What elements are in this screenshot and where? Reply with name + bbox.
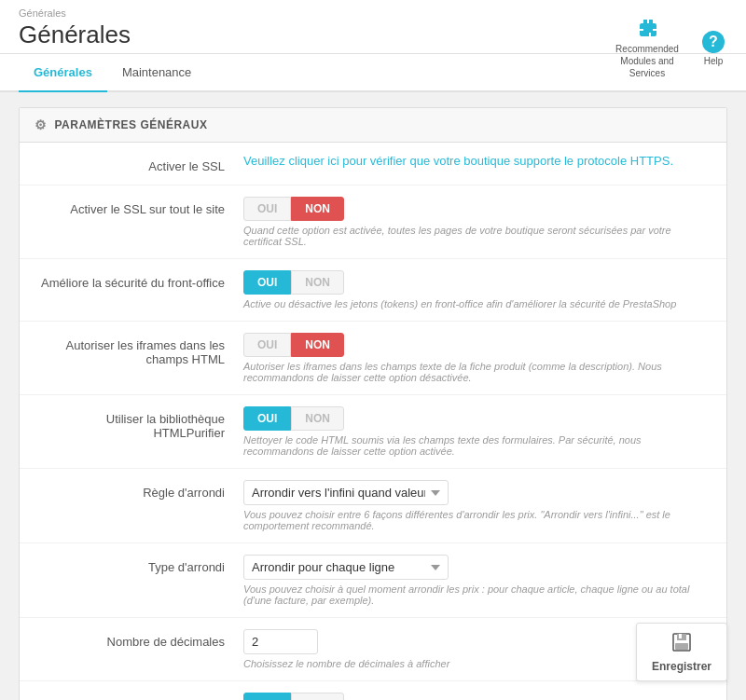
ssl-all-area: OUI NON Quand cette option est activée, … — [243, 197, 708, 247]
recommended-modules-button[interactable]: Recommended Modules and Services — [610, 15, 684, 79]
iframes-toggle: OUI NON — [243, 333, 708, 357]
rounding-type-select[interactable]: Arrondir pour chaque ligne Arrondir pour… — [243, 555, 449, 580]
ssl-link-row: Activer le SSL Veuillez cliquer ici pour… — [20, 143, 726, 185]
help-button[interactable]: ? Help — [699, 28, 727, 66]
iframes-row: Autoriser les iframes dans les champs HT… — [20, 322, 726, 395]
tab-generales[interactable]: Générales — [19, 54, 107, 92]
decimals-input[interactable] — [243, 629, 318, 654]
frontoffice-desc: Active ou désactive les jetons (tokens) … — [243, 298, 708, 309]
save-icon — [670, 631, 693, 658]
iframes-non[interactable]: NON — [291, 333, 344, 357]
header-actions: Recommended Modules and Services ? Help — [610, 15, 727, 79]
puzzle-icon — [633, 15, 661, 43]
rounding-rule-area: Arrondir vers l'infini quand valeur à m … — [243, 480, 708, 531]
rounding-rule-label: Règle d'arrondi — [38, 480, 243, 500]
ssl-all-label: Activer le SSL sur tout le site — [38, 197, 243, 216]
frontoffice-non[interactable]: NON — [291, 270, 344, 295]
frontoffice-security-area: OUI NON Active ou désactive les jetons (… — [243, 270, 708, 309]
brands-suppliers-oui[interactable]: OUI — [243, 693, 291, 700]
ssl-link-label: Activer le SSL — [38, 154, 243, 173]
section-header: ⚙ PARAMÈTRES GÉNÉRAUX — [20, 108, 726, 143]
help-label: Help — [704, 56, 724, 66]
iframes-area: OUI NON Autoriser les iframes dans les c… — [243, 333, 708, 383]
iframes-label: Autoriser les iframes dans les champs HT… — [38, 333, 243, 366]
tab-maintenance[interactable]: Maintenance — [107, 54, 206, 92]
frontoffice-security-row: Améliore la sécurité du front-office OUI… — [20, 259, 726, 322]
rounding-rule-select[interactable]: Arrondir vers l'infini quand valeur à m … — [243, 480, 449, 505]
save-btn-container: Enregistrer — [636, 623, 727, 681]
brands-suppliers-row: Afficher les marques et fournisseurs OUI… — [20, 681, 726, 700]
ssl-all-desc: Quand cette option est activée, toutes l… — [243, 225, 708, 247]
rounding-type-desc: Vous pouvez choisir à quel moment arrond… — [243, 583, 708, 606]
ssl-all-row: Activer le SSL sur tout le site OUI NON … — [20, 185, 726, 259]
rounding-type-row: Type d'arrondi Arrondir pour chaque lign… — [20, 543, 726, 618]
frontoffice-toggle: OUI NON — [243, 270, 708, 295]
frontoffice-security-label: Améliore la sécurité du front-office — [38, 270, 243, 290]
frontoffice-oui[interactable]: OUI — [243, 270, 291, 295]
ssl-all-oui[interactable]: OUI — [243, 197, 291, 221]
htmlpurifier-non[interactable]: NON — [291, 406, 344, 431]
ssl-verify-link[interactable]: Veuillez cliquer ici pour vérifier que v… — [243, 154, 673, 168]
decimals-label: Nombre de décimales — [38, 629, 243, 649]
save-button[interactable]: Enregistrer — [636, 623, 727, 681]
general-settings-section: ⚙ PARAMÈTRES GÉNÉRAUX Activer le SSL Veu… — [19, 107, 727, 700]
htmlpurifier-row: Utiliser la bibliothèque HTMLPurifier OU… — [20, 395, 726, 469]
rounding-type-label: Type d'arrondi — [38, 555, 243, 574]
rounding-type-area: Arrondir pour chaque ligne Arrondir pour… — [243, 555, 708, 606]
htmlpurifier-toggle: OUI NON — [243, 406, 708, 431]
recommended-modules-label: Recommended Modules and Services — [610, 43, 684, 79]
settings-icon: ⚙ — [35, 117, 48, 132]
htmlpurifier-oui[interactable]: OUI — [243, 406, 291, 431]
section-header-label: PARAMÈTRES GÉNÉRAUX — [55, 118, 208, 131]
htmlpurifier-area: OUI NON Nettoyer le code HTML soumis via… — [243, 406, 708, 457]
svg-rect-5 — [675, 643, 688, 650]
save-label: Enregistrer — [652, 660, 711, 673]
htmlpurifier-desc: Nettoyer le code HTML soumis via les cha… — [243, 434, 708, 457]
brands-suppliers-toggle: OUI NON — [243, 693, 708, 700]
ssl-all-non[interactable]: NON — [291, 197, 344, 221]
iframes-desc: Autoriser les iframes dans les champs te… — [243, 361, 708, 383]
ssl-all-toggle: OUI NON — [243, 197, 708, 221]
decimals-row: Nombre de décimales Choisissez le nombre… — [20, 618, 726, 681]
svg-text:?: ? — [709, 34, 718, 49]
brands-suppliers-label: Afficher les marques et fournisseurs — [38, 693, 243, 700]
htmlpurifier-label: Utiliser la bibliothèque HTMLPurifier — [38, 406, 243, 440]
main-content: ⚙ PARAMÈTRES GÉNÉRAUX Activer le SSL Veu… — [0, 92, 746, 700]
rounding-rule-row: Règle d'arrondi Arrondir vers l'infini q… — [20, 469, 726, 543]
iframes-oui[interactable]: OUI — [243, 333, 291, 357]
svg-rect-4 — [679, 634, 682, 638]
brands-suppliers-non[interactable]: NON — [291, 693, 344, 700]
rounding-rule-desc: Vous pouvez choisir entre 6 façons diffé… — [243, 509, 708, 531]
ssl-link-area: Veuillez cliquer ici pour vérifier que v… — [243, 154, 708, 168]
help-icon: ? — [699, 28, 727, 56]
brands-suppliers-area: OUI NON Affiche les pages marques et fou… — [243, 693, 708, 700]
